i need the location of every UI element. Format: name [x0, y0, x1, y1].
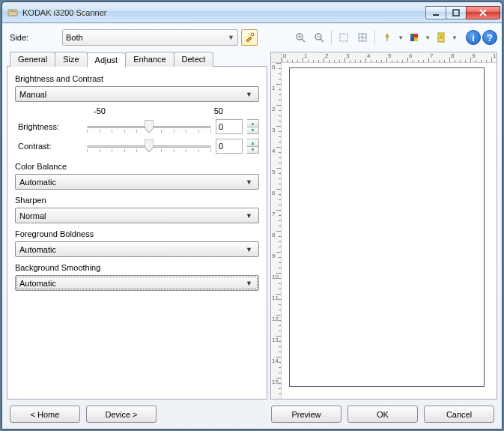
info-icon[interactable]: i	[466, 30, 481, 45]
zoom-out-button[interactable]	[311, 29, 327, 46]
scanner-dialog: KODAK i3200 Scanner Side: Both ▼	[1, 1, 503, 430]
pin-icon[interactable]	[379, 29, 395, 46]
zoom-in-button[interactable]	[292, 29, 309, 46]
scale-min: -50	[94, 106, 106, 115]
tab-size[interactable]: Size	[55, 52, 87, 67]
ok-button[interactable]: OK	[347, 406, 418, 423]
settings-panel: General Size Adjust Enhance Detect Brigh…	[7, 52, 267, 400]
spin-up-icon: ▲	[247, 120, 258, 127]
tab-adjust[interactable]: Adjust	[87, 52, 127, 67]
separator	[331, 30, 332, 45]
content-area: Side: Both ▼ ▼ ▼ ▼	[2, 23, 502, 429]
preview-button[interactable]: Preview	[271, 406, 341, 423]
top-toolbar: Side: Both ▼ ▼ ▼ ▼	[7, 26, 497, 49]
foreground-boldness-combo[interactable]: Automatic ▼	[15, 241, 259, 257]
brightness-spinner[interactable]: ▲▼	[247, 119, 259, 134]
help-icon[interactable]: ?	[482, 30, 497, 45]
preview-pane[interactable]: 012345678910 0123456789101112131415	[270, 52, 497, 400]
background-smoothing-label: Background Smoothing	[15, 263, 259, 272]
spin-down-icon: ▼	[247, 127, 258, 134]
contrast-slider[interactable]	[87, 138, 211, 154]
ruler-corner	[271, 52, 282, 63]
svg-rect-11	[410, 37, 414, 41]
svg-rect-10	[414, 34, 418, 37]
chevron-down-icon: ▼	[228, 34, 234, 41]
brightness-value-input[interactable]: 0	[216, 119, 243, 134]
svg-rect-3	[453, 10, 459, 16]
svg-rect-9	[410, 34, 414, 37]
footer-buttons: < Home Device > Preview OK Cancel	[7, 400, 497, 424]
chevron-down-icon[interactable]: ▼	[425, 34, 431, 41]
cancel-button[interactable]: Cancel	[424, 406, 494, 423]
titlebar[interactable]: KODAK i3200 Scanner	[2, 2, 502, 23]
chevron-down-icon: ▼	[243, 280, 255, 287]
brightness-slider[interactable]	[87, 118, 211, 135]
separator	[374, 30, 375, 45]
color-balance-combo[interactable]: Automatic ▼	[15, 174, 259, 190]
adjust-panel: Brightness and Contrast Manual ▼ -50 50 …	[7, 66, 267, 400]
tools-button[interactable]	[241, 29, 258, 46]
slider-thumb[interactable]	[145, 139, 154, 153]
side-combo[interactable]: Both ▼	[62, 29, 238, 46]
chevron-down-icon[interactable]: ▼	[398, 34, 404, 41]
tab-general[interactable]: General	[10, 52, 55, 67]
sharpen-combo[interactable]: Normal ▼	[15, 208, 259, 223]
svg-rect-12	[414, 37, 418, 41]
brightness-label: Brightness:	[15, 122, 82, 131]
chevron-down-icon: ▼	[243, 178, 255, 186]
svg-rect-2	[433, 14, 439, 16]
slider-thumb[interactable]	[145, 120, 154, 133]
spin-down-icon: ▼	[247, 146, 258, 154]
svg-rect-0	[8, 10, 17, 16]
device-button[interactable]: Device >	[86, 406, 157, 423]
background-smoothing-combo[interactable]: Automatic ▼	[15, 275, 259, 291]
scale-max: 50	[214, 106, 223, 115]
tab-detect[interactable]: Detect	[174, 52, 214, 67]
horizontal-ruler: 012345678910	[282, 52, 497, 63]
tab-enhance[interactable]: Enhance	[125, 52, 174, 67]
svg-rect-1	[10, 11, 16, 12]
app-icon	[7, 7, 19, 19]
preview-page	[289, 67, 485, 387]
color-swatch-icon[interactable]	[406, 29, 422, 46]
chevron-down-icon: ▼	[243, 212, 255, 220]
spin-up-icon: ▲	[247, 139, 258, 146]
contrast-value-input[interactable]: 0	[216, 139, 243, 154]
brightness-contrast-label: Brightness and Contrast	[15, 74, 259, 83]
window-title: KODAK i3200 Scanner	[22, 8, 426, 17]
brightness-contrast-mode-combo[interactable]: Manual ▼	[15, 86, 259, 102]
home-button[interactable]: < Home	[10, 406, 80, 423]
sharpen-label: Sharpen	[15, 196, 259, 205]
minimize-button[interactable]	[425, 6, 446, 19]
window-buttons	[426, 6, 500, 19]
vertical-ruler: 0123456789101112131415	[271, 63, 282, 399]
svg-rect-13	[438, 33, 444, 42]
contrast-spinner[interactable]: ▲▼	[247, 139, 259, 154]
color-balance-label: Color Balance	[15, 162, 259, 171]
tabstrip: General Size Adjust Enhance Detect	[10, 52, 267, 67]
side-value: Both	[66, 33, 83, 42]
side-label: Side:	[7, 33, 59, 42]
close-button[interactable]	[466, 6, 500, 19]
maximize-button[interactable]	[446, 6, 467, 19]
foreground-boldness-label: Foreground Boldness	[15, 229, 259, 238]
contrast-label: Contrast:	[15, 142, 82, 151]
grid-tool-icon[interactable]	[354, 29, 371, 46]
chevron-down-icon[interactable]: ▼	[452, 34, 458, 41]
chevron-down-icon: ▼	[243, 246, 255, 253]
selection-tool-icon[interactable]	[336, 29, 352, 46]
document-icon[interactable]	[433, 29, 449, 46]
chevron-down-icon: ▼	[243, 91, 255, 98]
svg-point-4	[251, 33, 254, 36]
svg-rect-7	[340, 34, 347, 41]
toolbar-icons: ▼ ▼ ▼ i ?	[292, 29, 497, 46]
